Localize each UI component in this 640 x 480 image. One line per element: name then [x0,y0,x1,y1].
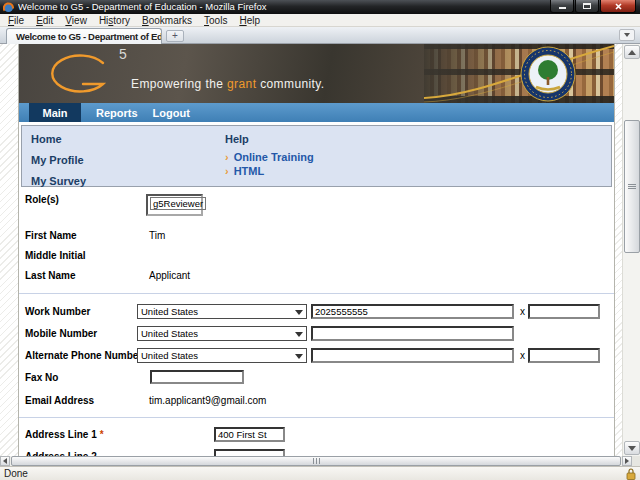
department-of-education-seal [520,46,576,102]
mobile-country-select[interactable]: United States [137,326,307,341]
close-icon [614,2,623,11]
subnav-link-my-profile[interactable]: My Profile [31,154,84,166]
menu-edit[interactable]: Edit [30,14,59,27]
middle-initial-label: Middle Initial [25,250,137,261]
subnav-link-my-survey[interactable]: My Survey [31,175,86,187]
roles-option[interactable]: g5Reviewer [150,197,206,210]
first-name-label: First Name [25,230,137,241]
dropdown-arrow-icon [295,354,303,359]
horizontal-scrollbar[interactable] [0,456,640,466]
browser-window: Welcome to G5 - Department of Education … [0,0,640,480]
work-country-select[interactable]: United States [137,304,307,319]
dropdown-arrow-icon [295,332,303,337]
window-title: Welcome to G5 - Department of Education … [18,0,545,14]
thumb-grip [313,458,314,464]
scroll-left-button[interactable] [0,456,10,466]
dropdown-arrow-icon [295,310,303,315]
email-value: tim.applicant9@gmail.com [149,395,266,406]
vertical-scrollbar[interactable] [622,44,640,456]
scroll-right-button[interactable] [622,456,632,466]
last-name-row: Last Name Applicant [19,268,614,283]
mobile-number-row: Mobile Number United States [19,324,614,342]
vertical-scroll-thumb[interactable] [624,120,640,253]
roles-listbox[interactable]: g5Reviewer [146,194,203,216]
firefox-icon [3,2,14,13]
page-viewport: 5 Empowering the grant community. [0,44,622,456]
main-nav-bar: Main Reports Logout [19,103,614,122]
email-label: Email Address [25,395,137,406]
maximize-button[interactable] [575,0,599,13]
subnav-link-html[interactable]: ›HTML [225,165,264,177]
chevron-right-icon: › [225,165,229,177]
scroll-up-button[interactable] [624,45,640,59]
arrow-up-icon [628,50,636,55]
section-divider [19,417,614,418]
thumb-grip [628,188,636,189]
thumb-grip [628,184,636,185]
menu-help[interactable]: Help [233,14,266,27]
subnav-link-online-training[interactable]: ›Online Training [225,151,314,163]
html-label: HTML [234,165,265,177]
menu-tools[interactable]: Tools [198,14,233,27]
work-ext-input[interactable] [528,304,600,319]
alternate-ext-label: x [520,350,525,361]
email-row: Email Address tim.applicant9@gmail.com [19,393,614,408]
arrow-down-icon [628,446,636,451]
browser-tab[interactable]: Welcome to G5 - Department of Edu... [6,28,162,44]
list-tabs-button[interactable] [619,29,635,41]
gold-curve-decoration [424,44,614,103]
close-button[interactable] [600,0,636,13]
minimize-button[interactable] [550,0,574,13]
profile-form: Role(s) g5Reviewer First Name Tim Middle… [19,187,614,456]
g5-logo-5: 5 [119,46,127,62]
address-line-2-input[interactable] [214,449,285,457]
menu-history[interactable]: History [93,14,136,27]
menu-bookmarks[interactable]: Bookmarks [136,14,198,27]
page-content: 5 Empowering the grant community. [18,44,615,456]
menu-view[interactable]: View [59,14,93,27]
subnav-link-home[interactable]: Home [31,133,62,145]
vertical-scroll-track[interactable] [624,59,640,440]
g5-logo-g [47,53,109,95]
work-ext-label: x [520,306,525,317]
chevron-down-icon [624,33,630,37]
address-line-1-row: Address Line 1* [19,426,614,442]
chevron-right-icon: › [225,151,229,163]
last-name-value: Applicant [149,270,190,281]
scroll-down-button[interactable] [624,441,640,455]
fax-input[interactable] [150,370,244,384]
horizontal-scroll-thumb[interactable] [11,456,621,466]
alternate-country-select[interactable]: United States [137,348,307,363]
banner-tagline: Empowering the grant community. [131,77,325,91]
roles-row: Role(s) g5Reviewer [19,194,614,216]
tagline-post: community. [256,77,324,91]
horizontal-scroll-track[interactable] [10,456,622,466]
alternate-number-row: Alternate Phone Number United States x [19,346,614,364]
work-number-input[interactable] [311,304,514,319]
maximize-icon [583,3,591,9]
alternate-number-label: Alternate Phone Number [25,350,137,361]
window-controls [549,0,636,13]
middle-initial-row: Middle Initial [19,248,614,263]
fax-label: Fax No [25,372,137,383]
nav-tab-main[interactable]: Main [29,103,81,122]
alternate-ext-input[interactable] [528,348,600,363]
nav-tab-logout[interactable]: Logout [153,107,190,119]
tagline-pre: Empowering the [131,77,227,91]
tagline-grant: grant [227,77,256,91]
work-number-label: Work Number [25,306,137,317]
alternate-number-input[interactable] [311,348,514,363]
nav-tab-reports[interactable]: Reports [96,107,138,119]
address-line-1-input[interactable] [214,427,285,442]
first-name-row: First Name Tim [19,228,614,243]
scrollbar-corner [632,456,640,466]
g5-banner: 5 Empowering the grant community. [19,44,614,103]
menu-file[interactable]: File [2,14,30,27]
thumb-grip [319,458,320,464]
section-divider [19,293,614,294]
mobile-number-input[interactable] [311,326,514,341]
thumb-grip [316,458,317,464]
tab-title: Welcome to G5 - Department of Edu... [16,31,162,42]
new-tab-button[interactable]: + [166,30,184,42]
menu-bar: FileEditViewHistoryBookmarksToolsHelp [0,14,640,27]
